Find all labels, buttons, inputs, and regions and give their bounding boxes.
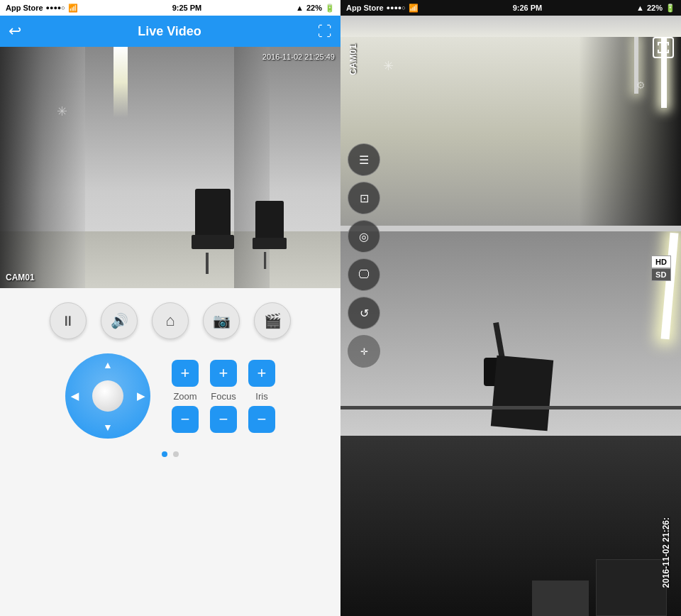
focus-plus-button[interactable]: + — [210, 360, 237, 387]
record-button[interactable]: 🎬 — [254, 302, 291, 339]
focus-label: Focus — [211, 391, 236, 402]
timestamp-left: 2016-11-02 21:25:49 — [262, 53, 335, 61]
pagination-dots — [162, 451, 179, 457]
location-icon-right: ▲ — [636, 4, 644, 12]
joy-left-arrow: ◀ — [71, 390, 79, 402]
fullscreen-button[interactable] — [653, 37, 674, 58]
carrier-right: App Store — [346, 4, 384, 12]
menu-icon: ☰ — [359, 153, 369, 167]
focus-minus-button[interactable]: − — [210, 406, 237, 433]
storage-box-2 — [532, 581, 589, 616]
joystick-center[interactable] — [92, 380, 123, 412]
volume-button[interactable]: 🔊 — [101, 302, 138, 339]
ptz-icon: ⊡ — [360, 192, 369, 205]
chair-seat-2 — [253, 238, 287, 249]
fisheye-scene: ✳ ⚙ — [340, 16, 681, 616]
back-button[interactable]: ↩ — [9, 22, 21, 40]
chair-2 — [247, 201, 292, 269]
gear-icon-right: ⚙ — [636, 79, 646, 91]
home-button[interactable]: ⌂ — [152, 302, 189, 339]
video-feed-left: ✳ 2016-11-02 21:25:49 CAM01 — [0, 47, 340, 288]
fisheye-top: ✳ ⚙ — [340, 16, 681, 255]
record-icon: 🎬 — [264, 312, 282, 329]
snapshot-icon: 📷 — [213, 312, 231, 329]
battery-info-right: ▲ 22% 🔋 — [636, 4, 675, 13]
chair-back-2 — [255, 201, 284, 241]
cam-label-left: CAM01 — [6, 273, 35, 282]
battery-icon-left: 🔋 — [325, 4, 335, 13]
expand-button[interactable]: ⛶ — [318, 23, 332, 40]
bottom-controls: ▲ ▼ ◀ ▶ + Zoom − + Focus − — [0, 353, 340, 439]
battery-pct-right: 22% — [647, 4, 663, 12]
hd-badge[interactable]: HD — [651, 255, 671, 268]
fisheye-mid — [340, 226, 681, 436]
status-left-info: App Store ●●●●○ 📶 — [6, 4, 78, 13]
status-bar-left: App Store ●●●●○ 📶 9:25 PM ▲ 22% 🔋 — [0, 0, 340, 16]
joystick-outer[interactable]: ▲ ▼ ◀ ▶ — [65, 353, 150, 439]
timestamp-right: 2016-11-02 21:26: — [661, 517, 671, 588]
equip-2 — [491, 356, 553, 431]
office-scene: ✳ — [0, 47, 340, 288]
storage-box — [596, 559, 667, 616]
ptz-button[interactable]: ⊡ — [348, 182, 380, 214]
location-icon-left: ▲ — [296, 4, 304, 12]
signal-right: ●●●●○ — [387, 4, 406, 11]
screen-icon: 🖵 — [358, 268, 370, 281]
glass-panel-left — [0, 47, 85, 288]
zoom-label: Zoom — [173, 391, 196, 402]
divider-bar — [340, 226, 681, 231]
right-panel: App Store ●●●●○ 📶 9:26 PM ▲ 22% 🔋 ✳ ⚙ — [340, 0, 681, 616]
dpad-icon: ✛ — [360, 346, 368, 357]
carrier-left: App Store — [6, 4, 43, 12]
chair-back — [195, 189, 231, 238]
fisheye-bottom — [340, 436, 681, 616]
snapshot-button[interactable]: 📷 — [203, 302, 240, 339]
focus-column: + Focus − — [210, 360, 237, 433]
refresh-button[interactable]: ↺ — [348, 297, 380, 329]
divider-bar-2 — [340, 406, 681, 409]
joy-down-arrow: ▼ — [103, 422, 113, 433]
video-area-left: ✳ 2016-11-02 21:25:49 CAM01 — [0, 47, 340, 288]
screen-button[interactable]: 🖵 — [348, 258, 380, 291]
signal-dots-left: ●●●●○ — [46, 4, 65, 11]
right-video: ✳ ⚙ — [340, 16, 681, 616]
dot-2[interactable] — [173, 451, 179, 457]
controls-area: ⏸ 🔊 ⌂ 📷 🎬 ▲ ▼ ◀ ▶ — [0, 288, 340, 616]
volume-icon: 🔊 — [111, 312, 128, 329]
zoom-plus-button[interactable]: + — [172, 360, 199, 387]
joystick[interactable]: ▲ ▼ ◀ ▶ — [65, 353, 150, 439]
chair-base — [206, 253, 209, 274]
time-right: 9:26 PM — [513, 4, 543, 12]
chair-base-2 — [264, 252, 266, 269]
dot-1[interactable] — [162, 451, 167, 457]
button-row: ⏸ 🔊 ⌂ 📷 🎬 — [50, 302, 291, 339]
right-controls: ☰ ⊡ ◎ 🖵 ↺ ✛ — [348, 143, 380, 368]
menu-button[interactable]: ☰ — [348, 143, 380, 176]
iris-label: Iris — [255, 391, 267, 402]
wifi-icon-left: 📶 — [68, 4, 78, 13]
wifi-icon-right: 📶 — [409, 4, 419, 13]
page-title: Live Video — [138, 24, 201, 39]
iris-minus-button[interactable]: − — [248, 406, 275, 433]
iris-plus-button[interactable]: + — [248, 360, 275, 387]
nav-bar: ↩ Live Video ⛶ — [0, 16, 340, 47]
dpad-button[interactable]: ✛ — [348, 335, 380, 368]
ceiling-strip — [340, 16, 681, 37]
quality-badge: HD SD — [651, 255, 671, 281]
fullscreen-icon-svg — [658, 42, 669, 53]
pause-icon: ⏸ — [61, 313, 75, 329]
zoom-focus-iris-controls: + Zoom − + Focus − + Iris − — [172, 360, 275, 433]
camera-button[interactable]: ◎ — [348, 220, 380, 253]
chair — [184, 189, 241, 274]
cam-label-right: CAM01 — [348, 44, 358, 75]
snowflake-icon-right: ✳ — [383, 58, 394, 74]
snowflake-icon-left: ✳ — [57, 104, 67, 119]
home-icon: ⌂ — [165, 312, 175, 330]
joy-up-arrow: ▲ — [103, 359, 113, 370]
pause-button[interactable]: ⏸ — [50, 302, 87, 339]
refresh-icon: ↺ — [360, 307, 369, 320]
ceiling-light — [114, 47, 128, 118]
zoom-minus-button[interactable]: − — [172, 406, 199, 433]
sd-badge[interactable]: SD — [651, 268, 671, 281]
time-left: 9:25 PM — [172, 4, 202, 12]
